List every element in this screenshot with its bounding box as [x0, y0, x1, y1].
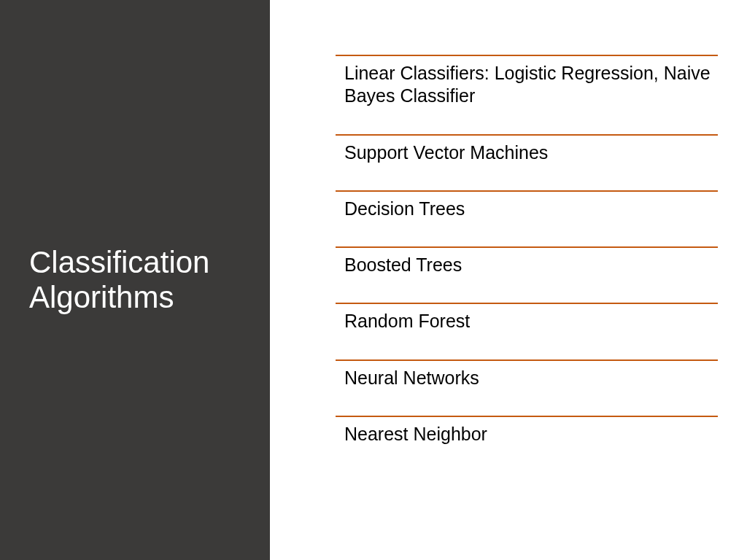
list-item: Decision Trees [336, 190, 718, 226]
list-item: Nearest Neighbor [336, 416, 718, 451]
list-item: Random Forest [336, 303, 718, 338]
list-item: Support Vector Machines [336, 134, 718, 170]
content-area: Linear Classifiers: Logistic Regression,… [299, 0, 747, 560]
list-item: Linear Classifiers: Logistic Regression,… [336, 55, 718, 114]
list-item: Boosted Trees [336, 246, 718, 282]
divider-gap [270, 0, 299, 560]
list-item: Neural Networks [336, 359, 718, 395]
slide-title: Classification Algorithms [29, 245, 248, 316]
sidebar: Classification Algorithms [0, 0, 270, 560]
